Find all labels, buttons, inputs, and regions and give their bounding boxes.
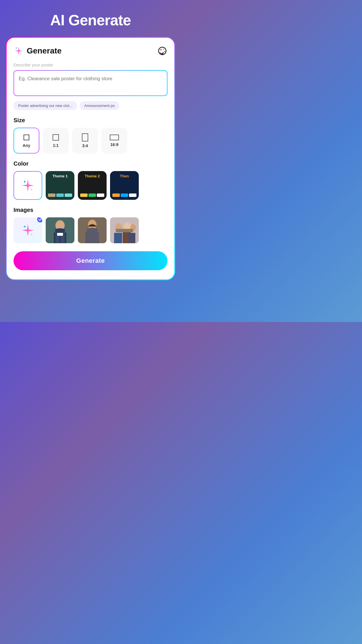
svg-point-14 [24, 226, 26, 227]
describe-input[interactable] [14, 70, 167, 96]
svg-rect-25 [85, 232, 99, 243]
svg-point-15 [31, 234, 32, 235]
card-header: Generate [14, 46, 167, 56]
theme2-label: Theme 2 [78, 171, 107, 178]
images-row [14, 217, 167, 243]
page-title: AI Generate [50, 12, 131, 29]
suggestion-chip-2[interactable]: Announcement po [80, 101, 120, 110]
suggestion-chip-1[interactable]: Poster advertising our new clot... [14, 101, 77, 110]
svg-rect-34 [116, 229, 133, 232]
images-section: Images [14, 207, 167, 243]
svg-point-3 [160, 49, 162, 51]
size-3-4[interactable]: 3:4 [72, 128, 98, 154]
svg-point-4 [163, 49, 164, 50]
image-person1[interactable] [46, 217, 74, 243]
color-theme2[interactable]: Theme 2 [78, 171, 107, 200]
size-section: Size Any 1:1 3:4 [14, 117, 167, 154]
describe-label: Describe your poster [14, 62, 167, 67]
size-16-9-label: 16:9 [110, 142, 118, 147]
svg-point-26 [86, 228, 98, 232]
svg-rect-9 [53, 135, 59, 140]
size-any-label: Any [23, 143, 30, 148]
size-16-9[interactable]: 16:9 [101, 128, 127, 154]
svg-point-0 [16, 47, 17, 49]
images-title: Images [14, 207, 167, 213]
describe-section: Describe your poster Poster advertising … [14, 62, 167, 110]
svg-point-5 [164, 51, 165, 52]
svg-rect-8 [24, 135, 29, 140]
size-1-1-label: 1:1 [53, 143, 59, 148]
size-any[interactable]: Any [14, 128, 39, 154]
svg-rect-31 [114, 233, 122, 243]
check-badge [36, 217, 42, 223]
card-title: Generate [27, 46, 61, 55]
size-3-4-label: 3:4 [82, 143, 88, 148]
suggestions-row: Poster advertising our new clot... Annou… [14, 101, 167, 110]
size-title: Size [14, 117, 167, 124]
color-section: Color [14, 160, 167, 200]
svg-point-7 [161, 53, 163, 55]
image-ai[interactable] [14, 217, 42, 243]
svg-rect-10 [82, 134, 88, 141]
theme3-label: Then [110, 171, 139, 178]
theme1-label: Theme 1 [46, 171, 74, 178]
generate-button[interactable]: Generate [14, 251, 167, 270]
color-ai[interactable] [14, 171, 42, 200]
svg-rect-33 [128, 233, 135, 243]
svg-point-22 [55, 228, 65, 233]
svg-point-1 [21, 53, 22, 54]
color-theme1[interactable]: Theme 1 [46, 171, 74, 200]
main-card: Generate Describe your poster Poster adv [6, 37, 175, 280]
sparkle-icon [14, 46, 24, 56]
title-group: Generate [14, 46, 61, 56]
color-theme3[interactable]: Then [110, 171, 139, 200]
svg-rect-11 [110, 135, 119, 140]
image-person2[interactable] [78, 217, 107, 243]
color-options: Theme 1 Theme 2 [14, 171, 167, 200]
svg-point-13 [31, 189, 32, 191]
size-1-1[interactable]: 1:1 [43, 128, 69, 154]
image-person3[interactable] [110, 217, 139, 243]
svg-rect-21 [57, 233, 63, 236]
palette-button[interactable] [157, 46, 167, 56]
svg-point-12 [24, 181, 26, 183]
color-title: Color [14, 160, 167, 167]
size-options: Any 1:1 3:4 16:9 [14, 128, 167, 154]
